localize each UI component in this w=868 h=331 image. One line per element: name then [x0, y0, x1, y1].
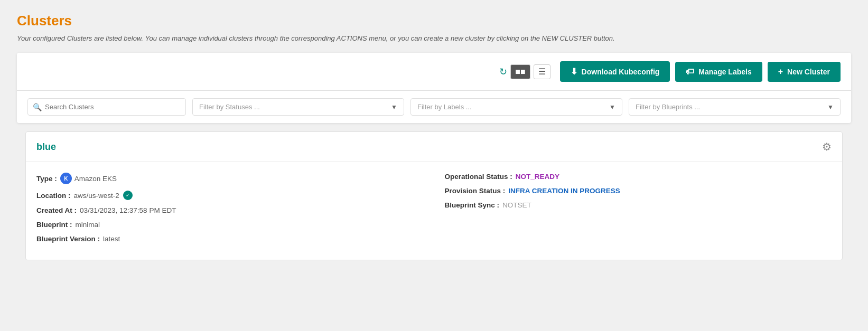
search-wrapper: 🔍	[27, 98, 186, 116]
filter-blueprints-label: Filter by Blueprints ...	[636, 103, 700, 111]
blueprint-sync-row: Blueprint Sync : NOTSET	[445, 201, 832, 209]
filter-statuses-label: Filter by Statuses ...	[199, 103, 260, 111]
cluster-body: Type : K Amazon EKS Location : aws/us-we…	[26, 162, 842, 260]
manage-labels-button[interactable]: 🏷 Manage Labels	[675, 62, 762, 82]
blueprint-sync-value: NOTSET	[502, 201, 531, 209]
filter-labels-label: Filter by Labels ...	[417, 103, 472, 111]
type-label: Type :	[36, 175, 57, 183]
cluster-type-row: Type : K Amazon EKS	[36, 173, 424, 184]
refresh-icon[interactable]: ↻	[499, 66, 507, 78]
cluster-name: blue	[36, 141, 56, 153]
cluster-header: blue ⚙	[26, 132, 842, 162]
operational-status-label: Operational Status :	[445, 173, 512, 181]
page-title: Clusters	[17, 13, 851, 29]
provision-status-row: Provision Status : INFRA CREATION IN PRO…	[445, 187, 832, 195]
location-label: Location :	[36, 192, 71, 200]
toolbar: ↻ ■■ ☰ ⬇ Download Kubeconfig 🏷 Manage La…	[17, 53, 851, 91]
cluster-blueprint-row: Blueprint : minimal	[36, 221, 424, 229]
cluster-right-info: Operational Status : NOT_READY Provision…	[445, 173, 832, 249]
chevron-down-icon: ▼	[827, 103, 834, 111]
tag-icon: 🏷	[686, 67, 694, 77]
type-value: Amazon EKS	[74, 175, 117, 183]
eks-icon: K	[60, 173, 72, 184]
created-value: 03/31/2023, 12:37:58 PM EDT	[80, 206, 176, 214]
download-icon: ⬇	[571, 67, 577, 77]
created-label: Created At :	[36, 206, 77, 214]
page-subtitle: Your configured Clusters are listed belo…	[17, 34, 851, 42]
search-icon: 🔍	[33, 103, 42, 111]
provision-status-value: INFRA CREATION IN PROGRESS	[508, 187, 620, 195]
cluster-settings-button[interactable]: ⚙	[822, 140, 832, 153]
location-icon: ✓	[123, 191, 133, 200]
download-kubeconfig-label: Download Kubeconfig	[582, 68, 660, 76]
blueprint-sync-label: Blueprint Sync :	[445, 201, 500, 209]
view-toggle-group: ↻ ■■ ☰	[499, 64, 550, 79]
new-cluster-label: New Cluster	[787, 68, 830, 76]
list-view-button[interactable]: ☰	[534, 64, 550, 79]
location-value: aws/us-west-2 ✓	[74, 191, 133, 200]
operational-status-value: NOT_READY	[516, 173, 559, 181]
cluster-location-row: Location : aws/us-west-2 ✓	[36, 191, 424, 200]
manage-labels-label: Manage Labels	[698, 68, 751, 76]
blueprint-value: minimal	[76, 221, 100, 229]
provision-status-label: Provision Status :	[445, 187, 506, 195]
search-input[interactable]	[27, 98, 186, 116]
main-card: ↻ ■■ ☰ ⬇ Download Kubeconfig 🏷 Manage La…	[17, 53, 851, 123]
location-text: aws/us-west-2	[74, 192, 119, 200]
filter-blueprints-dropdown[interactable]: Filter by Blueprints ... ▼	[629, 98, 841, 116]
plus-icon: +	[778, 67, 783, 77]
cluster-left-info: Type : K Amazon EKS Location : aws/us-we…	[36, 173, 424, 249]
filter-labels-dropdown[interactable]: Filter by Labels ... ▼	[410, 98, 622, 116]
filter-bar: 🔍 Filter by Statuses ... ▼ Filter by Lab…	[17, 91, 851, 123]
cluster-blueprint-version-row: Blueprint Version : latest	[36, 235, 424, 243]
blueprint-version-label: Blueprint Version :	[36, 235, 100, 243]
cluster-card: blue ⚙ Type : K Amazon EKS Location : aw…	[25, 131, 843, 260]
blueprint-label: Blueprint :	[36, 221, 72, 229]
grid-view-button[interactable]: ■■	[510, 64, 530, 79]
new-cluster-button[interactable]: + New Cluster	[768, 62, 841, 82]
chevron-down-icon: ▼	[391, 103, 397, 111]
download-kubeconfig-button[interactable]: ⬇ Download Kubeconfig	[560, 61, 670, 82]
operational-status-row: Operational Status : NOT_READY	[445, 173, 832, 181]
cluster-created-row: Created At : 03/31/2023, 12:37:58 PM EDT	[36, 206, 424, 214]
blueprint-version-value: latest	[103, 235, 120, 243]
chevron-down-icon: ▼	[609, 103, 615, 111]
filter-statuses-dropdown[interactable]: Filter by Statuses ... ▼	[192, 98, 404, 116]
